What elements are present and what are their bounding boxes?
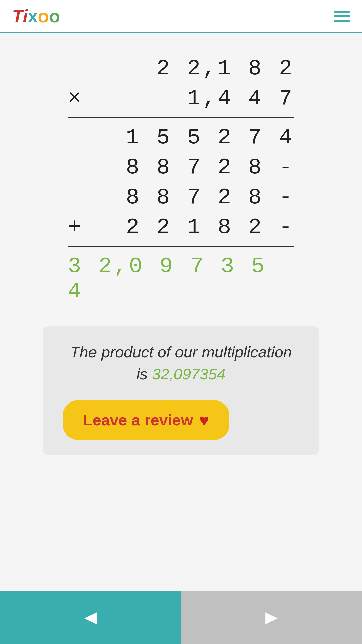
next-button[interactable]: ► — [181, 591, 362, 644]
hamburger-line-1 — [334, 11, 350, 13]
partial-product-3: 8 8 7 2 8 - — [68, 182, 294, 212]
multiply-symbol: × — [68, 86, 83, 111]
leave-review-button[interactable]: Leave a review ♥ — [63, 400, 229, 440]
multiplicand-row: 2 2,1 8 2 — [68, 54, 294, 84]
partial-2-value: 8 8 7 2 8 - — [126, 155, 294, 180]
partial-product-1: 1 5 5 2 7 4 — [68, 123, 294, 152]
logo-o2: o — [49, 7, 60, 25]
partial-product-4: + 2 2 1 8 2 - — [68, 212, 294, 242]
result-number: 32,097354 — [152, 365, 225, 383]
logo: Tixoo — [12, 7, 60, 25]
result-description: The product of our multiplication is 32,… — [63, 341, 299, 385]
prev-arrow-icon: ◄ — [80, 606, 100, 629]
math-display: 2 2,1 8 2 × 1,4 4 7 1 5 5 2 7 4 8 8 7 2 … — [68, 54, 294, 306]
multiplier-row: × 1,4 4 7 — [68, 84, 294, 113]
top-divider — [68, 117, 294, 118]
review-button-label: Leave a review — [83, 411, 193, 429]
math-result-row: 3 2,0 9 7 3 5 4 — [68, 251, 294, 306]
heart-icon: ♥ — [199, 410, 209, 430]
hamburger-line-3 — [334, 20, 350, 22]
multiplicand-value: 2 2,1 8 2 — [157, 56, 294, 81]
logo-o1: o — [38, 7, 49, 25]
multiplier-value: 1,4 4 7 — [187, 86, 294, 111]
partial-4-value: 2 2 1 8 2 - — [126, 215, 294, 240]
result-box: The product of our multiplication is 32,… — [43, 326, 319, 455]
hamburger-line-2 — [334, 15, 350, 17]
plus-symbol: + — [68, 215, 83, 240]
bottom-navigation: ◄ ► — [0, 591, 362, 644]
logo-x: x — [28, 7, 38, 25]
app-header: Tixoo — [0, 0, 362, 33]
math-result-value: 3 2,0 9 7 3 5 4 — [68, 254, 294, 304]
logo-ti: Ti — [12, 7, 28, 25]
menu-icon[interactable] — [334, 11, 350, 22]
partial-3-value: 8 8 7 2 8 - — [126, 185, 294, 210]
prev-button[interactable]: ◄ — [0, 591, 181, 644]
main-content: 2 2,1 8 2 × 1,4 4 7 1 5 5 2 7 4 8 8 7 2 … — [0, 33, 362, 591]
partial-1-value: 1 5 5 2 7 4 — [126, 125, 294, 150]
partial-product-2: 8 8 7 2 8 - — [68, 152, 294, 182]
next-arrow-icon: ► — [261, 606, 281, 629]
bottom-divider — [68, 246, 294, 247]
